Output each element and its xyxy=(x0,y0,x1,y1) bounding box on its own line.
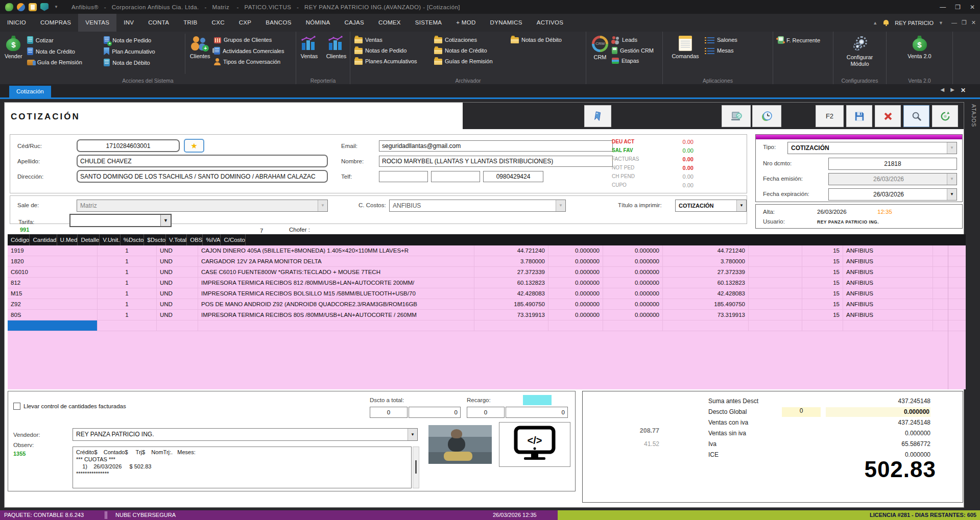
venta-2-button[interactable]: Venta 2.0 xyxy=(905,32,934,76)
minimize-button[interactable]: — xyxy=(940,4,946,11)
archivo-ventas-button[interactable]: Ventas xyxy=(354,36,434,43)
fecha-expiracion-combobox[interactable]: 26/03/2026 xyxy=(828,188,957,201)
child-restore-button[interactable]: ❒ xyxy=(962,19,967,26)
archivo-guias-button[interactable]: Guías de Remisión xyxy=(434,58,511,65)
grupos-clientes-button[interactable]: Grupos de Clientes xyxy=(214,36,296,43)
selected-cell[interactable] xyxy=(8,320,98,331)
vendedor-combobox[interactable]: REY PANZA PATRICIO ING. xyxy=(73,428,418,441)
tipo-combobox[interactable]: COTIZACIÓN xyxy=(787,142,957,154)
table-row[interactable]: 1820 1 UND CARGADOR 12V 2A PARA MONITOR … xyxy=(8,256,966,267)
nro-dcmto-input[interactable] xyxy=(828,158,957,170)
current-user-label[interactable]: REY PATRICIO xyxy=(895,20,934,26)
grid-scrollbar[interactable] xyxy=(948,245,948,389)
gestion-crm-button[interactable]: Gestión CRM xyxy=(612,47,662,54)
comandas-button[interactable]: Comandas xyxy=(666,32,705,76)
dropdown-arrow-icon[interactable] xyxy=(556,200,565,211)
nombre-input[interactable] xyxy=(379,156,613,167)
dropdown-arrow-icon[interactable] xyxy=(408,429,417,440)
table-row[interactable]: Z92 1 UND POS DE MANO ANDROID Z92 (ANDRO… xyxy=(8,299,966,310)
direccion-input[interactable] xyxy=(77,170,328,183)
apellido-input[interactable] xyxy=(77,155,328,167)
telf-input-3[interactable] xyxy=(483,171,543,182)
menu-tab[interactable]: COMPRAS xyxy=(33,14,78,32)
table-row[interactable]: 1919 1 UND CAJON DINERO 405A (5BILLETE+8… xyxy=(8,245,966,256)
dropdown-arrow-icon[interactable] xyxy=(736,200,746,211)
menu-tab[interactable]: NÓMINA xyxy=(299,14,338,32)
quick-launch-icon[interactable] xyxy=(17,3,25,11)
menu-tab[interactable]: CXP xyxy=(232,14,259,32)
new-entry-row[interactable] xyxy=(8,320,966,331)
sync-button[interactable] xyxy=(932,105,958,127)
factura-recurrente-button[interactable]: F. Recurrente xyxy=(776,36,832,44)
nota-pedido-button[interactable]: Nota de Pedido xyxy=(104,36,183,44)
quick-access-caret-icon[interactable]: ▼ xyxy=(54,5,58,9)
column-header[interactable]: V.Unit. xyxy=(100,234,120,245)
archivo-notas-credito-button[interactable]: Notas de Crédito xyxy=(434,47,511,54)
column-header[interactable]: %Dscto xyxy=(121,234,145,245)
titulo-imprimir-combobox[interactable]: COTIZACIÓN xyxy=(675,200,747,212)
guia-remision-button[interactable]: Guía de Remisión xyxy=(27,59,104,65)
menu-tab[interactable]: BANCOS xyxy=(258,14,298,32)
maximize-button[interactable]: ❒ xyxy=(955,4,961,11)
recargo-pct-input[interactable] xyxy=(467,407,505,418)
tarifa-combobox[interactable] xyxy=(69,214,172,227)
dropdown-arrow-icon[interactable] xyxy=(947,142,957,154)
reporte-ventas-button[interactable]: Ventas xyxy=(297,32,322,76)
table-row[interactable]: 80S 1 UND IMPRESORA TERMICA RECIBOS 80S … xyxy=(8,310,966,320)
notifications-bell-icon[interactable] xyxy=(882,19,890,27)
observ-scrollbar[interactable] xyxy=(413,447,419,488)
column-header[interactable]: U.Med xyxy=(57,234,78,245)
archivo-cotizaciones-button[interactable]: Cotizaciones xyxy=(434,36,511,43)
archivo-planes-button[interactable]: Planes Acumulativos xyxy=(354,58,434,65)
configurar-modulo-button[interactable]: Configurar Módulo xyxy=(837,32,883,76)
dropdown-arrow-icon[interactable] xyxy=(947,189,957,200)
control-cantidades-checkbox[interactable] xyxy=(13,403,20,410)
archivo-notas-debito-button[interactable]: Notas de Débito xyxy=(511,36,582,43)
history-button[interactable] xyxy=(752,105,781,127)
dropdown-arrow-icon[interactable] xyxy=(160,215,171,226)
bookmark-button[interactable] xyxy=(584,105,611,127)
recargo-highlight[interactable] xyxy=(523,395,552,405)
dropdown-arrow-icon[interactable] xyxy=(947,174,957,185)
nota-debito-button[interactable]: Nota de Débito xyxy=(104,59,183,66)
descto-global-input[interactable]: 0 xyxy=(782,407,821,417)
crm-button[interactable]: CRM xyxy=(588,32,612,76)
plan-acumulativo-button[interactable]: Plan Acumulativo xyxy=(104,47,183,55)
table-row[interactable]: C6010 1 UND CASE C6010 FUENTE800W *GRATI… xyxy=(8,267,966,278)
menu-tab[interactable]: CONTA xyxy=(141,14,176,32)
column-header[interactable]: OBS xyxy=(187,234,203,245)
salones-button[interactable]: Salones xyxy=(705,36,753,43)
document-shortcut-icon[interactable] xyxy=(29,3,37,11)
etapas-button[interactable]: Etapas xyxy=(612,58,662,64)
dscto-pct-input[interactable] xyxy=(370,407,408,418)
f2-button[interactable]: F2 xyxy=(816,105,844,127)
column-header[interactable]: Cantidad xyxy=(30,234,57,245)
ced-ruc-input[interactable] xyxy=(77,139,180,152)
column-header[interactable]: V.Total xyxy=(166,234,187,245)
cotizacion-tab[interactable]: Cotización xyxy=(9,86,51,97)
ribbon-collapse-icon[interactable]: ▲ xyxy=(873,20,877,26)
recargo-val-input[interactable] xyxy=(506,407,568,418)
leads-button[interactable]: Leads xyxy=(612,36,662,43)
save-button[interactable] xyxy=(846,105,872,127)
user-menu-caret-icon[interactable]: ▼ xyxy=(939,20,943,26)
sale-de-combobox[interactable]: Matriz xyxy=(77,200,328,212)
search-button[interactable] xyxy=(903,105,929,127)
vender-button[interactable]: Vender xyxy=(0,32,27,76)
menu-tab[interactable]: ACTIVOS xyxy=(530,14,571,32)
telf-input-1[interactable] xyxy=(379,171,428,182)
column-header[interactable]: C/Costo xyxy=(221,234,246,245)
favorite-star-button[interactable] xyxy=(184,139,204,153)
tab-close-icon[interactable]: ✕ xyxy=(961,87,966,94)
dscto-val-input[interactable] xyxy=(409,407,461,418)
tipos-conversacion-button[interactable]: Tipos de Conversación xyxy=(214,58,296,65)
reporte-clientes-button[interactable]: Clientes xyxy=(324,32,349,76)
menu-tab[interactable]: VENTAS xyxy=(78,14,116,32)
email-input[interactable] xyxy=(379,140,613,152)
menu-tab[interactable]: + MOD xyxy=(449,14,483,32)
menu-tab[interactable]: DYNAMICS xyxy=(483,14,530,32)
tab-scroll-right-icon[interactable]: ▶ xyxy=(950,87,954,94)
nota-credito-button[interactable]: Nota de Crédito xyxy=(27,47,104,55)
cancel-button[interactable] xyxy=(875,105,901,127)
menu-tab[interactable]: COMEX xyxy=(371,14,408,32)
